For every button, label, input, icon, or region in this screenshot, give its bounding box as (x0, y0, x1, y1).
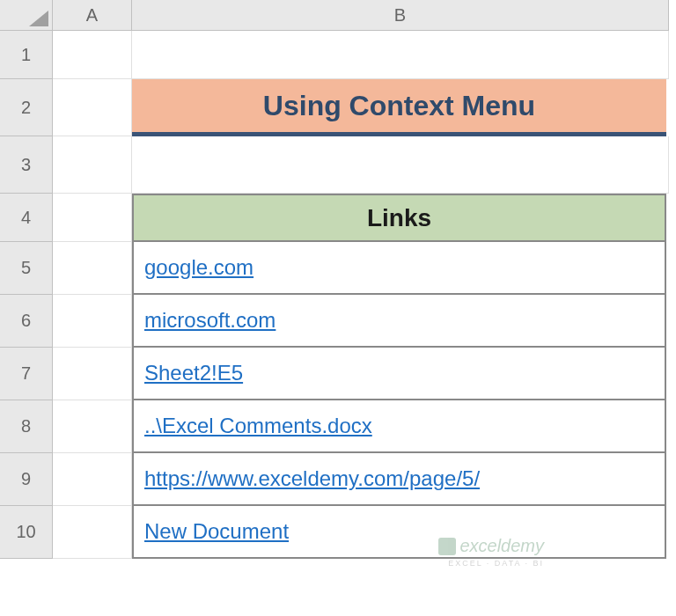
cell-b10[interactable]: New Document (132, 506, 666, 559)
cell-a8[interactable] (53, 400, 132, 453)
cell-a4[interactable] (53, 194, 132, 242)
cell-b5[interactable]: google.com (132, 242, 666, 295)
cell-a1[interactable] (53, 31, 132, 79)
cell-b8[interactable]: ..\Excel Comments.docx (132, 400, 666, 453)
cell-a2[interactable] (53, 79, 132, 136)
column-header-b[interactable]: B (132, 0, 669, 31)
row-header-3[interactable]: 3 (0, 136, 53, 194)
cell-b1[interactable] (132, 31, 669, 79)
row-header-8[interactable]: 8 (0, 400, 53, 453)
cell-a10[interactable] (53, 506, 132, 559)
title-text: Using Context Menu (263, 90, 535, 122)
cell-b4-table-header[interactable]: Links (132, 194, 666, 242)
cell-a5[interactable] (53, 242, 132, 295)
hyperlink-microsoft[interactable]: microsoft.com (144, 308, 276, 333)
cell-b3[interactable] (132, 136, 669, 194)
cell-a9[interactable] (53, 453, 132, 506)
table-header-text: Links (367, 204, 431, 232)
row-header-6[interactable]: 6 (0, 295, 53, 348)
spreadsheet-grid: A B 1 2 Using Context Menu 3 4 Links 5 g… (0, 0, 676, 559)
cell-a7[interactable] (53, 348, 132, 400)
row-header-7[interactable]: 7 (0, 348, 53, 400)
row-header-4[interactable]: 4 (0, 194, 53, 242)
hyperlink-sheet2[interactable]: Sheet2!E5 (144, 361, 243, 385)
cell-b7[interactable]: Sheet2!E5 (132, 348, 666, 400)
watermark-icon (438, 538, 456, 555)
row-header-9[interactable]: 9 (0, 453, 53, 506)
row-header-1[interactable]: 1 (0, 31, 53, 79)
row-header-2[interactable]: 2 (0, 79, 53, 136)
row-header-5[interactable]: 5 (0, 242, 53, 295)
cell-b9[interactable]: https://www.exceldemy.com/page/5/ (132, 453, 666, 506)
cell-a3[interactable] (53, 136, 132, 194)
hyperlink-exceldemy[interactable]: https://www.exceldemy.com/page/5/ (144, 466, 480, 491)
hyperlink-new-document[interactable]: New Document (144, 519, 289, 544)
cell-a6[interactable] (53, 295, 132, 348)
watermark-brand: exceldemy (459, 536, 544, 556)
hyperlink-google[interactable]: google.com (144, 255, 254, 280)
hyperlink-excel-comments[interactable]: ..\Excel Comments.docx (144, 414, 372, 438)
row-header-10[interactable]: 10 (0, 506, 53, 559)
watermark: exceldemy (438, 536, 544, 556)
cell-b2-title[interactable]: Using Context Menu (132, 79, 666, 136)
cell-b6[interactable]: microsoft.com (132, 295, 666, 348)
select-all-corner[interactable] (0, 0, 53, 31)
column-header-a[interactable]: A (53, 0, 132, 31)
watermark-tagline: EXCEL · DATA · BI (448, 559, 544, 568)
